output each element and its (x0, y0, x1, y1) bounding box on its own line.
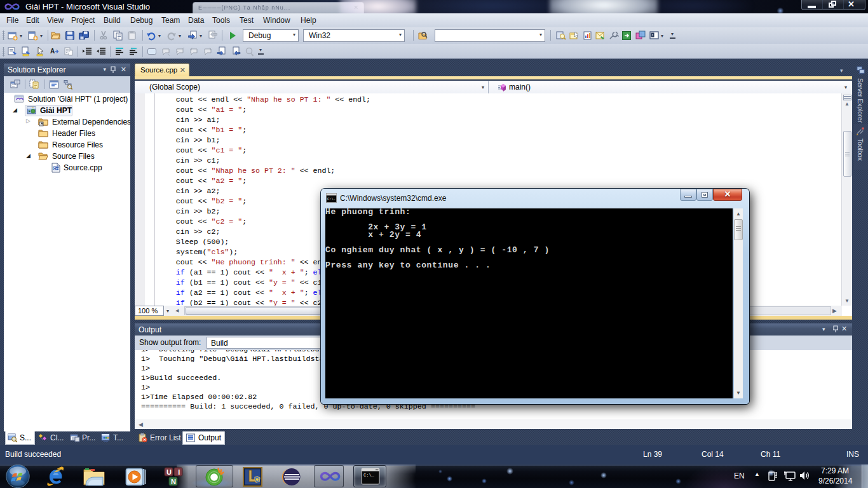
svg-text:C++: C++ (53, 167, 59, 170)
svg-text:U: U (166, 468, 172, 476)
svg-text:C:\.: C:\. (327, 197, 336, 201)
svg-text:N: N (171, 478, 176, 485)
svg-text:I: I (178, 468, 180, 476)
svg-text:A: A (50, 48, 55, 55)
svg-text:C:\_: C:\_ (363, 473, 375, 478)
